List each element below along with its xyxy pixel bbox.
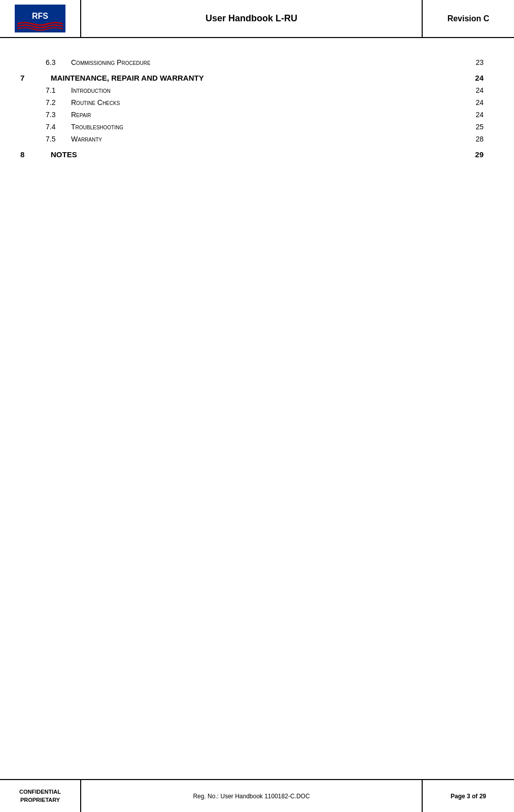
page-header: RFS User Handbook L-RU Revision C	[0, 0, 514, 38]
toc-label: Introduction	[71, 86, 463, 94]
toc-label: Maintenance, Repair and Warranty	[51, 74, 463, 82]
toc-page: 24	[463, 86, 484, 94]
toc-number: 7.2	[46, 98, 71, 107]
footer-reg-number: Reg. No.: User Handbook 1100182-C.DOC	[81, 780, 423, 812]
document-page: RFS User Handbook L-RU Revision C 6.3Com…	[0, 0, 514, 812]
toc-label: Commissioning Procedure	[71, 58, 463, 66]
toc-entry: 7.1Introduction24	[20, 86, 484, 94]
toc-page: 25	[463, 123, 484, 131]
toc-entry: 8Notes29	[20, 150, 484, 159]
toc-entry: 7.3Repair24	[20, 111, 484, 119]
toc-page: 24	[463, 74, 484, 82]
toc-number: 8	[20, 150, 51, 159]
revision-cell: Revision C	[423, 0, 514, 37]
footer-confidential: CONFIDENTIAL PROPRIETARY	[0, 780, 81, 812]
reg-no-text: Reg. No.: User Handbook 1100182-C.DOC	[193, 793, 310, 800]
toc-label: Repair	[71, 111, 463, 119]
toc-entry: 7.2Routine Checks24	[20, 98, 484, 107]
toc-page: 28	[463, 135, 484, 143]
toc-page: 23	[463, 58, 484, 66]
page-number-text: Page 3 of 29	[451, 793, 486, 800]
toc-container: 6.3Commissioning Procedure237Maintenance…	[20, 58, 484, 159]
confidential-label: CONFIDENTIAL	[19, 788, 61, 796]
toc-number: 6.3	[46, 58, 71, 66]
toc-label: Troubleshooting	[71, 123, 463, 131]
toc-number: 7.1	[46, 86, 71, 94]
title-text: User Handbook L-RU	[205, 13, 297, 24]
toc-entry: 7.5Warranty28	[20, 135, 484, 143]
page-footer: CONFIDENTIAL PROPRIETARY Reg. No.: User …	[0, 779, 514, 812]
toc-page: 24	[463, 98, 484, 107]
proprietary-label: PROPRIETARY	[20, 796, 60, 804]
toc-number: 7.3	[46, 111, 71, 119]
svg-text:RFS: RFS	[32, 12, 48, 20]
toc-number: 7.5	[46, 135, 71, 143]
toc-page: 24	[463, 111, 484, 119]
toc-number: 7	[20, 74, 51, 82]
toc-number: 7.4	[46, 123, 71, 131]
toc-entry: 7Maintenance, Repair and Warranty24	[20, 74, 484, 82]
rfs-logo: RFS	[15, 5, 65, 32]
footer-page-number: Page 3 of 29	[423, 780, 514, 812]
main-content: 6.3Commissioning Procedure237Maintenance…	[0, 38, 514, 779]
logo-cell: RFS	[0, 0, 81, 37]
toc-label: Notes	[51, 150, 463, 159]
toc-page: 29	[463, 150, 484, 159]
toc-entry: 6.3Commissioning Procedure23	[20, 58, 484, 66]
toc-entry: 7.4Troubleshooting25	[20, 123, 484, 131]
toc-label: Warranty	[71, 135, 463, 143]
toc-label: Routine Checks	[71, 98, 463, 107]
document-title: User Handbook L-RU	[81, 0, 423, 37]
revision-text: Revision C	[448, 14, 490, 23]
